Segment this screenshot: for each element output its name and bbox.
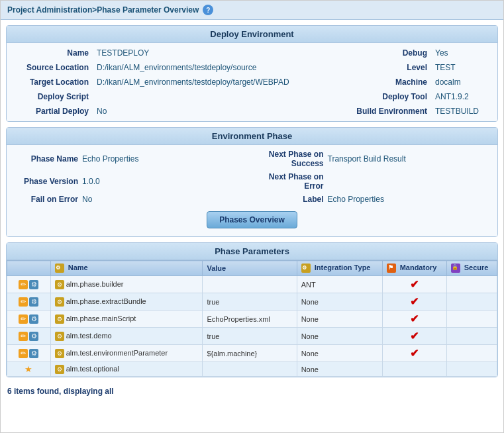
col-secure-label: Secure [464,264,489,271]
edit-icon[interactable]: ✏ [19,297,28,307]
edit-icon[interactable]: ✏ [19,280,28,289]
col-header-name[interactable]: Name [50,261,203,276]
table-row: ✏⚙⚙alm.phase.extractBundletrueNone✔ [7,293,497,311]
mandatory-cell: ✔ [382,328,446,345]
phases-overview-button[interactable]: Phases Overview [207,211,297,228]
fail-error-label: Fail on Error [9,195,82,204]
debug-value: Yes [431,47,497,59]
env-phase-title: Environment Phase [7,128,497,145]
value-cell [203,276,297,293]
env-phase-body: Phase Name Echo Properties Next Phase on… [7,145,497,236]
col-header-value: Value [203,261,297,276]
col-mandatory-label: Mandatory [400,264,437,271]
table-header-row: Name Value Integration Type Mandatory [7,261,497,276]
param-icon[interactable]: ⚙ [29,349,38,358]
mandatory-cell: ✔ [382,311,446,328]
fail-error-value: No [82,195,250,204]
help-icon[interactable]: ? [203,5,213,15]
name-cell: ⚙alm.phase.extractBundle [50,293,203,311]
page-wrapper: Project Administration>Phase Parameter O… [0,0,504,433]
param-icon[interactable]: ⚙ [29,332,38,341]
star-icon: ★ [25,364,32,374]
value-cell: ${alm.machine} [203,345,297,362]
name-label: Name [7,47,93,59]
row-name-text: alm.phase.extractBundle [66,297,146,305]
deploy-environment-section: Deploy Environment Name TESTDEPLOY Debug… [6,25,498,122]
param-icon[interactable]: ⚙ [29,314,38,324]
partial-deploy-label: Partial Deploy [7,105,93,117]
deploy-tool-value: ANT1.9.2 [431,91,497,103]
actions-cell: ✏⚙ [7,328,51,345]
row-name-text: alm.phase.builder [66,280,124,288]
source-label: Source Location [7,62,93,73]
deploy-script-label: Deploy Script [7,91,93,103]
actions-cell: ✏⚙ [7,293,51,311]
name-cell: ⚙alm.test.optional [50,362,203,377]
level-label: Level [338,62,431,73]
partial-deploy-value: No [93,105,338,117]
integration-type-cell: ANT [297,276,382,293]
row-name-icon: ⚙ [55,332,64,341]
col-header-actions [7,261,51,276]
row-name-icon: ⚙ [55,297,64,307]
value-cell: EchoProperties.xml [203,311,297,328]
next-success-label: Next Phase on Success [255,150,328,168]
phase-params-body: Name Value Integration Type Mandatory [7,260,497,377]
actions-cell: ✏⚙ [7,311,51,328]
level-value: TEST [431,62,497,73]
edit-icon[interactable]: ✏ [19,349,28,358]
edit-icon[interactable]: ✏ [19,332,28,341]
mandatory-checkmark: ✔ [410,279,419,290]
next-success-value: Transport Build Result [328,154,495,164]
build-env-label: Build Environment [338,105,431,117]
edit-icon[interactable]: ✏ [19,314,28,324]
table-row: ✏⚙⚙alm.test.demotrueNone✔ [7,328,497,345]
table-row: ✏⚙⚙alm.phase.mainScriptEchoProperties.xm… [7,311,497,328]
row-name-text: alm.phase.mainScript [66,314,136,322]
integration-type-cell: None [297,328,382,345]
row-name-icon: ⚙ [55,349,64,358]
table-row: ✏⚙⚙alm.test.environmentParameter${alm.ma… [7,345,497,362]
breadcrumb: Project Administration>Phase Parameter O… [7,5,199,15]
label-label: Label [255,195,328,204]
actions-cell: ★ [7,362,51,377]
value-cell: true [203,328,297,345]
mandatory-col-icon [387,264,396,273]
deploy-environment-body: Name TESTDEPLOY Debug Yes Source Locatio… [7,43,497,121]
deploy-script-value [93,95,338,98]
phase-version-row: Phase Version 1.0.0 [7,170,252,193]
inttype-col-icon [301,264,311,273]
target-label: Target Location [7,76,93,88]
col-inttype-label: Integration Type [315,264,371,271]
name-cell: ⚙alm.test.demo [50,328,203,345]
phase-grid: Phase Name Echo Properties Next Phase on… [7,148,497,206]
integration-type-cell: None [297,293,382,311]
row-name-text: alm.test.demo [66,332,112,340]
build-env-value: TESTBUILD [431,105,497,117]
col-header-secure[interactable]: Secure [446,261,497,276]
deploy-script-row: Deploy Script Deploy Tool ANT1.9.2 [7,89,497,104]
phase-name-row: Phase Name Echo Properties [7,148,252,170]
col-name-label: Name [68,264,88,271]
param-icon[interactable]: ⚙ [29,280,38,289]
next-success-row: Next Phase on Success Transport Build Re… [252,148,498,170]
deploy-tool-label: Deploy Tool [338,91,431,103]
table-row: ★⚙alm.test.optionalNone [7,362,497,377]
param-icon[interactable]: ⚙ [29,297,38,307]
phase-version-label: Phase Version [9,177,82,186]
actions-cell: ✏⚙ [7,276,51,293]
label-value: Echo Properties [328,195,495,204]
footer-text: 6 items found, displaying all [1,383,503,400]
target-value: D:/ikan/ALM_environments/testdeploy/targ… [93,76,338,88]
machine-value: docalm [431,76,497,88]
integration-type-cell: None [297,345,382,362]
mandatory-checkmark: ✔ [410,296,419,307]
col-header-mandatory[interactable]: Mandatory [382,261,446,276]
phase-params-section: Phase Parameters Name Value Integration … [6,242,498,377]
row-name-text: alm.test.environmentParameter [66,349,168,357]
secure-cell [446,293,497,311]
col-header-inttype[interactable]: Integration Type [297,261,382,276]
secure-col-icon [451,264,460,273]
partial-deploy-row: Partial Deploy No Build Environment TEST… [7,104,497,119]
row-name-icon: ⚙ [55,365,64,374]
